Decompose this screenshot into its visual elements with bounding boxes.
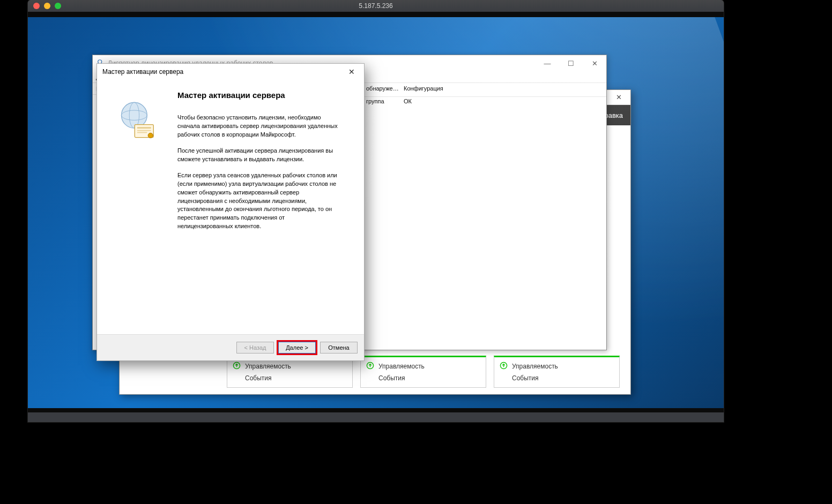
tile-line1: Управляемость [245, 363, 291, 370]
tile-line2: События [512, 374, 539, 382]
remote-viewport: ✕ правка Управляемость [28, 12, 724, 412]
dashboard-tile[interactable]: Управляемость События [494, 356, 620, 388]
maximize-button[interactable]: ☐ [559, 55, 583, 71]
back-button: < Назад [236, 342, 274, 353]
dashboard-tile[interactable]: Управляемость События [360, 356, 486, 388]
cell-group: группа [361, 97, 398, 109]
cell-status: ОК [398, 97, 417, 109]
wizard-paragraph: Чтобы безопасно установить лицензии, нео… [177, 114, 338, 139]
minimize-button[interactable]: — [536, 55, 559, 71]
svg-rect-10 [137, 130, 151, 131]
column-header[interactable]: обнаруже… [361, 83, 398, 96]
server-manager-close-button[interactable]: ✕ [607, 90, 630, 105]
wizard-window-title: Мастер активации сервера [102, 68, 183, 76]
tile-line2: События [245, 374, 272, 382]
wizard-close-button[interactable]: ✕ [345, 65, 359, 79]
wizard-titlebar[interactable]: Мастер активации сервера ✕ [97, 64, 364, 80]
next-button[interactable]: Далее > [278, 342, 316, 353]
wizard-button-row: < Назад Далее > Отмена [97, 335, 364, 360]
svg-point-5 [121, 102, 147, 128]
svg-rect-11 [137, 132, 147, 133]
wizard-content: Мастер активации сервера Чтобы безопасно… [176, 80, 364, 334]
arrow-up-icon [366, 362, 374, 371]
mac-titlebar[interactable]: 5.187.5.236 [28, 0, 724, 12]
wizard-paragraph: После успешной активации сервера лицензи… [177, 147, 338, 164]
wizard-heading: Мастер активации сервера [177, 91, 350, 100]
globe-certificate-icon [112, 98, 161, 147]
tile-line1: Управляемость [378, 363, 425, 370]
mac-window-title: 5.187.5.236 [28, 2, 724, 10]
arrow-up-icon [233, 362, 241, 371]
tile-line1: Управляемость [512, 363, 558, 370]
mac-horizontal-scrollbar[interactable] [28, 412, 724, 422]
close-button[interactable]: ✕ [583, 55, 606, 71]
license-manager-columns: обнаруже… Конфигурация [361, 83, 606, 97]
tile-line2: События [378, 374, 405, 382]
activation-wizard-dialog[interactable]: Мастер активации сервера ✕ [96, 63, 365, 361]
column-header[interactable]: Конфигурация [398, 83, 449, 96]
arrow-up-icon [500, 362, 508, 371]
svg-point-12 [148, 133, 153, 138]
windows-desktop[interactable]: ✕ правка Управляемость [28, 17, 724, 408]
cancel-button[interactable]: Отмена [320, 342, 358, 353]
svg-rect-9 [137, 127, 151, 129]
license-manager-row[interactable]: группа ОК [361, 97, 606, 109]
wizard-illustration [97, 80, 176, 334]
wizard-paragraph: Если сервер узла сеансов удаленных рабоч… [177, 171, 338, 231]
mac-window: 5.187.5.236 ✕ правка [28, 0, 724, 422]
